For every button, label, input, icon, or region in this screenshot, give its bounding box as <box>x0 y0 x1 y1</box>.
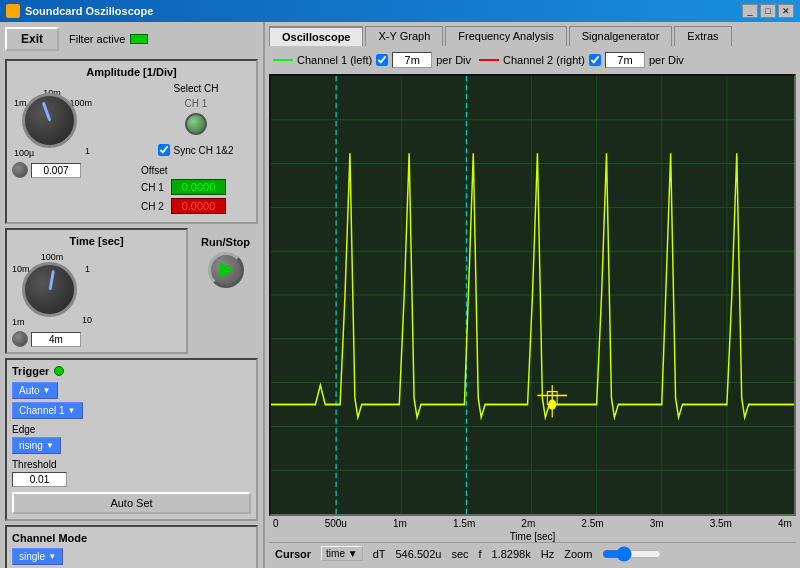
tab-extras[interactable]: Extras <box>674 26 731 46</box>
ch1-indicator: Channel 1 (left) per Div <box>273 52 471 68</box>
svg-point-22 <box>548 399 556 409</box>
tick-1m: 1m <box>393 518 407 529</box>
amplitude-title: Amplitude [1/Div] <box>12 66 251 78</box>
dt-value: 546.502u <box>396 548 442 560</box>
trigger-edge-dropdown[interactable]: rising ▼ <box>12 437 61 454</box>
filter-active-label: Filter active <box>69 33 125 45</box>
ch2-per-div-input[interactable] <box>605 52 645 68</box>
time-value-input[interactable] <box>31 332 81 347</box>
run-stop-section: Run/Stop <box>198 233 253 291</box>
ch1-checkbox[interactable] <box>376 54 388 66</box>
right-panel: Oscilloscope X-Y Graph Frequency Analysi… <box>265 22 800 568</box>
tick-1.5m: 1.5m <box>453 518 475 529</box>
sync-checkbox[interactable] <box>158 144 170 156</box>
ch1-label-right: Channel 1 (left) <box>297 54 372 66</box>
ch2-checkbox[interactable] <box>589 54 601 66</box>
window-title: Soundcard Oszilloscope <box>25 5 153 17</box>
tab-frequency-analysis[interactable]: Frequency Analysis <box>445 26 566 46</box>
tab-oscilloscope[interactable]: Oscilloscope <box>269 26 363 46</box>
channel-mode-dropdown[interactable]: single ▼ <box>12 548 63 565</box>
ch1-offset-value[interactable]: 0.0000 <box>171 179 226 195</box>
time-title: Time [sec] <box>12 235 181 247</box>
ch2-offset-label: CH 2 <box>141 201 166 212</box>
dt-label: dT <box>373 548 386 560</box>
tick-3.5m: 3.5m <box>710 518 732 529</box>
select-ch-label: Select CH <box>173 83 218 94</box>
close-button[interactable]: ✕ <box>778 4 794 18</box>
cursor-type-dropdown[interactable]: time ▼ <box>321 546 363 561</box>
edge-label-title: Edge <box>12 424 251 435</box>
f-value: 1.8298k <box>492 548 531 560</box>
tick-2.5m: 2.5m <box>581 518 603 529</box>
trigger-channel-dropdown[interactable]: Channel 1 ▼ <box>12 402 83 419</box>
minimize-button[interactable]: _ <box>742 4 758 18</box>
ch1-per-div-input[interactable] <box>392 52 432 68</box>
trigger-title: Trigger <box>12 365 49 377</box>
ch2-label-right: Channel 2 (right) <box>503 54 585 66</box>
tabs-row: Oscilloscope X-Y Graph Frequency Analysi… <box>269 26 796 46</box>
ch2-line <box>479 59 499 61</box>
dt-unit: sec <box>451 548 468 560</box>
tick-3m: 3m <box>650 518 664 529</box>
f-label: f <box>479 548 482 560</box>
time-knob-label-bl: 1m <box>12 317 25 327</box>
sync-label: Sync CH 1&2 <box>173 145 233 156</box>
time-knob-label-tr: 1 <box>85 264 90 274</box>
channel-controls-row: Channel 1 (left) per Div Channel 2 (righ… <box>269 50 796 70</box>
trigger-section: Trigger Auto ▼ Channel 1 ▼ <box>5 358 258 521</box>
tick-4m: 4m <box>778 518 792 529</box>
threshold-input[interactable] <box>12 472 67 487</box>
ch1-per-div-unit: per Div <box>436 54 471 66</box>
cursor-label: Cursor <box>275 548 311 560</box>
run-stop-title: Run/Stop <box>201 236 250 248</box>
exit-button[interactable]: Exit <box>5 27 59 51</box>
zoom-label: Zoom <box>564 548 592 560</box>
cursor-row: Cursor time ▼ dT 546.502u sec f 1.8298k … <box>269 542 796 564</box>
ch1-selector[interactable] <box>185 113 207 135</box>
tab-signalgenerator[interactable]: Signalgenerator <box>569 26 673 46</box>
ch2-offset-value[interactable]: 0.0000 <box>171 198 226 214</box>
amplitude-value-input[interactable] <box>31 163 81 178</box>
f-unit: Hz <box>541 548 554 560</box>
amplitude-fine-knob[interactable] <box>12 162 28 178</box>
run-stop-button[interactable] <box>208 252 244 288</box>
scope-svg <box>271 76 794 514</box>
channel-mode-title: Channel Mode <box>12 532 251 544</box>
tick-2m: 2m <box>521 518 535 529</box>
trigger-mode-dropdown[interactable]: Auto ▼ <box>12 382 58 399</box>
ch1-line <box>273 59 293 61</box>
time-knob-label-top: 100m <box>41 252 64 262</box>
time-section: Time [sec] 100m 10m 1 1m 10 <box>5 228 188 354</box>
time-axis-label: Time [sec] <box>269 531 796 542</box>
channel-mode-section: Channel Mode single ▼ <box>5 525 258 568</box>
threshold-label: Threshold <box>12 459 251 470</box>
amplitude-knob[interactable] <box>22 93 77 148</box>
tick-0: 0 <box>273 518 279 529</box>
time-knob[interactable] <box>22 262 77 317</box>
auto-set-button[interactable]: Auto Set <box>12 492 251 514</box>
offset-label: Offset <box>141 165 251 176</box>
amplitude-section: Amplitude [1/Div] 10m 1m 100m 100µ 1 <box>5 59 258 224</box>
zoom-slider[interactable] <box>602 548 662 560</box>
maximize-button[interactable]: □ <box>760 4 776 18</box>
scope-display[interactable] <box>269 74 796 516</box>
ch1-label: CH 1 <box>185 98 208 109</box>
time-fine-knob[interactable] <box>12 331 28 347</box>
trigger-led <box>54 366 64 376</box>
title-bar: Soundcard Oszilloscope _ □ ✕ <box>0 0 800 22</box>
ch2-indicator: Channel 2 (right) per Div <box>479 52 684 68</box>
ch1-offset-label: CH 1 <box>141 182 166 193</box>
app-icon <box>6 4 20 18</box>
tick-500u: 500u <box>325 518 347 529</box>
left-panel: Exit Filter active Amplitude [1/Div] 10m… <box>0 22 265 568</box>
tab-xy-graph[interactable]: X-Y Graph <box>365 26 443 46</box>
amp-knob-label-bl: 100µ <box>14 148 34 158</box>
filter-led <box>130 34 148 44</box>
play-icon <box>220 262 234 278</box>
ch2-per-div-unit: per Div <box>649 54 684 66</box>
amp-knob-label-br: 1 <box>85 146 90 156</box>
time-axis: 0 500u 1m 1.5m 2m 2.5m 3m 3.5m 4m <box>269 516 796 531</box>
time-knob-label-br: 10 <box>82 315 92 325</box>
